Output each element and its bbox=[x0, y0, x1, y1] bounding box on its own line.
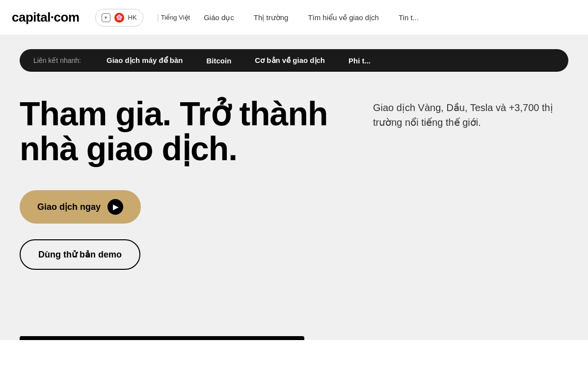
trade-now-arrow-icon: ▶ bbox=[107, 199, 123, 215]
quick-link-desktop[interactable]: Giao dịch máy để bàn bbox=[95, 56, 195, 65]
hero-right: Giao dịch Vàng, Dầu, Tesla và +3,700 thị… bbox=[373, 96, 568, 130]
nav-item-tin-tuc[interactable]: Tin t... bbox=[389, 0, 428, 35]
nav-item-thi-truong[interactable]: Thị trường bbox=[244, 0, 298, 35]
region-code: HK bbox=[128, 14, 137, 21]
demo-button[interactable]: Dùng thử bản demo bbox=[20, 239, 140, 270]
quick-link-bitcoin[interactable]: Bitcoin bbox=[195, 57, 243, 65]
logo-text: capital·com bbox=[12, 10, 80, 25]
quick-link-basics[interactable]: Cơ bản về giao dịch bbox=[243, 56, 337, 65]
hero-title: Tham gia. Trở thành nhà giao dịch. bbox=[20, 96, 334, 167]
region-selector[interactable]: ▾ 🌸 HK bbox=[95, 9, 143, 27]
quick-links-label: Liên kết nhanh: bbox=[33, 57, 81, 64]
trade-now-label: Giao dịch ngay bbox=[37, 201, 101, 212]
nav-item-giao-duc[interactable]: Giáo dục bbox=[194, 0, 244, 35]
logo[interactable]: capital·com bbox=[12, 10, 80, 25]
hero-content: Tham gia. Trở thành nhà giao dịch. Giao … bbox=[0, 72, 588, 270]
main-nav: Giáo dục Thị trường Tìm hiểu về giao dịc… bbox=[194, 0, 428, 35]
demo-label: Dùng thử bản demo bbox=[38, 249, 122, 260]
hero-left: Tham gia. Trở thành nhà giao dịch. Giao … bbox=[20, 96, 334, 270]
scroll-indicator bbox=[20, 336, 304, 340]
hero-description: Giao dịch Vàng, Dầu, Tesla và +3,700 thị… bbox=[373, 100, 568, 130]
trade-now-button[interactable]: Giao dịch ngay ▶ bbox=[20, 190, 141, 224]
header: capital·com ▾ 🌸 HK | Tiếng Việt Giáo dục… bbox=[0, 0, 588, 35]
divider: | bbox=[157, 13, 159, 22]
quick-link-fees[interactable]: Phi t... bbox=[337, 57, 382, 65]
hk-flag-icon: 🌸 bbox=[114, 13, 124, 23]
quick-links-bar: Liên kết nhanh: Giao dịch máy để bàn Bit… bbox=[20, 49, 568, 72]
dropdown-icon: ▾ bbox=[102, 13, 110, 22]
language-selector[interactable]: Tiếng Việt bbox=[161, 14, 190, 21]
nav-item-tim-hieu[interactable]: Tìm hiểu về giao dịch bbox=[298, 0, 389, 35]
hero-section: Liên kết nhanh: Giao dịch máy để bàn Bit… bbox=[0, 35, 588, 340]
buttons-group: Giao dịch ngay ▶ Dùng thử bản demo bbox=[20, 190, 334, 270]
